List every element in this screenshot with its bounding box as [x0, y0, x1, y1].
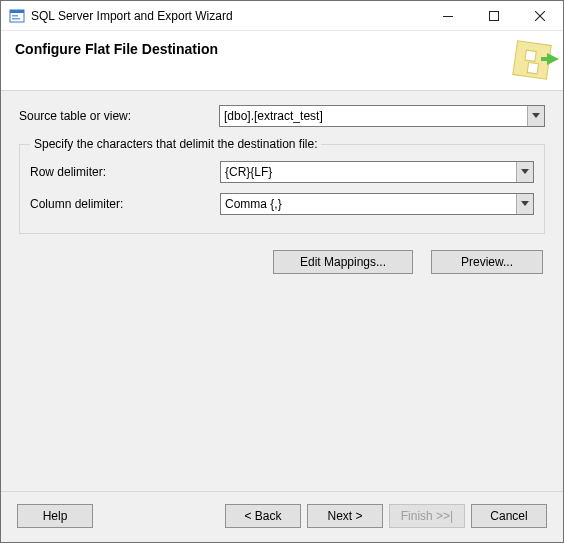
mapping-actions: Edit Mappings... Preview... [19, 250, 545, 274]
maximize-button[interactable] [471, 1, 517, 30]
chevron-down-icon [527, 106, 544, 126]
wizard-footer: Help < Back Next > Finish >>| Cancel [1, 491, 563, 542]
chevron-down-icon [516, 162, 533, 182]
delimiter-group: Specify the characters that delimit the … [19, 137, 545, 234]
window-controls [425, 1, 563, 30]
row-delimiter-label: Row delimiter: [30, 165, 220, 179]
source-table-value: [dbo].[extract_test] [220, 109, 527, 123]
row-delimiter-value: {CR}{LF} [221, 165, 516, 179]
column-delimiter-row: Column delimiter: Comma {,} [30, 193, 534, 215]
wizard-window: SQL Server Import and Export Wizard Conf… [0, 0, 564, 543]
wizard-header: Configure Flat File Destination [1, 31, 563, 91]
finish-button: Finish >>| [389, 504, 465, 528]
chevron-down-icon [516, 194, 533, 214]
minimize-button[interactable] [425, 1, 471, 30]
titlebar: SQL Server Import and Export Wizard [1, 1, 563, 31]
delimiter-legend: Specify the characters that delimit the … [30, 137, 321, 151]
source-row: Source table or view: [dbo].[extract_tes… [19, 105, 545, 127]
content-area: Source table or view: [dbo].[extract_tes… [1, 91, 563, 491]
column-delimiter-label: Column delimiter: [30, 197, 220, 211]
back-button[interactable]: < Back [225, 504, 301, 528]
row-delimiter-row: Row delimiter: {CR}{LF} [30, 161, 534, 183]
next-button[interactable]: Next > [307, 504, 383, 528]
row-delimiter-combo[interactable]: {CR}{LF} [220, 161, 534, 183]
svg-rect-1 [10, 10, 24, 13]
page-title: Configure Flat File Destination [15, 41, 218, 57]
cancel-button[interactable]: Cancel [471, 504, 547, 528]
source-table-combo[interactable]: [dbo].[extract_test] [219, 105, 545, 127]
help-button[interactable]: Help [17, 504, 93, 528]
svg-rect-8 [527, 63, 538, 74]
wizard-icon [507, 37, 559, 85]
edit-mappings-button[interactable]: Edit Mappings... [273, 250, 413, 274]
close-button[interactable] [517, 1, 563, 30]
preview-button[interactable]: Preview... [431, 250, 543, 274]
svg-rect-4 [443, 16, 453, 17]
window-title: SQL Server Import and Export Wizard [31, 9, 425, 23]
svg-rect-5 [490, 11, 499, 20]
app-icon [9, 8, 25, 24]
column-delimiter-combo[interactable]: Comma {,} [220, 193, 534, 215]
svg-rect-7 [525, 50, 536, 61]
column-delimiter-value: Comma {,} [221, 197, 516, 211]
svg-rect-2 [12, 15, 18, 17]
source-label: Source table or view: [19, 109, 219, 123]
svg-rect-3 [12, 18, 20, 20]
